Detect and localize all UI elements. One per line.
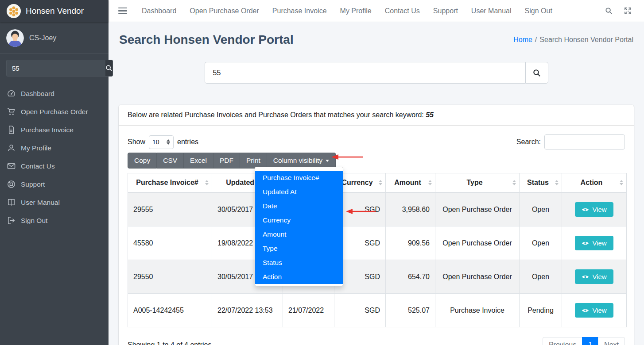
sort-icon	[512, 180, 516, 185]
sidebar-item-open-purchase-order[interactable]: Open Purchase Order	[0, 103, 109, 121]
sidebar-item-purchase-invoice[interactable]: Purchase Invoice	[0, 121, 109, 139]
filter-label: Search:	[516, 138, 541, 146]
cell-action: View	[562, 226, 627, 260]
table-row: 45580 19/08/2022 SGD 909.56 Open Purchas…	[128, 226, 627, 260]
colvis-item-type[interactable]: Type	[255, 242, 343, 256]
nav-open-purchase-order[interactable]: Open Purchase Order	[183, 7, 266, 15]
user-name[interactable]: CS-Joey	[29, 34, 56, 42]
nav-dashboard[interactable]: Dashboard	[135, 7, 183, 15]
col-amount[interactable]: Amount	[386, 173, 435, 193]
table-filter-input[interactable]	[544, 134, 625, 150]
eye-icon	[582, 207, 589, 212]
cell-amount: 909.56	[386, 226, 435, 260]
nav-contact-us[interactable]: Contact Us	[378, 7, 427, 15]
status-badge: Open	[520, 226, 562, 260]
invoice-icon	[7, 126, 16, 134]
hamburger-menu-icon[interactable]	[118, 8, 127, 14]
status-badge: Open	[520, 192, 562, 226]
cell-currency: SGD	[334, 294, 386, 327]
breadcrumb-home-link[interactable]: Home	[513, 36, 532, 43]
sidebar-item-dashboard[interactable]: Dashboard	[0, 84, 109, 103]
breadcrumb-current: Search Honsen Vendor Portal	[539, 36, 633, 43]
cell-action: View	[562, 260, 627, 294]
sidebar-search-button[interactable]	[105, 60, 113, 77]
pagination-page-1[interactable]: 1	[582, 337, 598, 345]
colvis-item-date[interactable]: Date	[255, 199, 343, 213]
sidebar-item-label: Contact Us	[21, 162, 55, 170]
col-purchase-invoice[interactable]: Purchase Invoice#	[128, 173, 212, 193]
eye-icon	[582, 308, 589, 313]
nav-sign-out[interactable]: Sign Out	[518, 7, 559, 15]
pagination: Previous 1 Next	[543, 337, 625, 345]
cell-invoice: A005-14242455	[128, 294, 212, 327]
colvis-item-currency[interactable]: Currency	[255, 213, 343, 227]
sign-out-icon	[7, 216, 16, 225]
avatar	[6, 29, 24, 47]
cell-date: 21/07/2022	[283, 294, 334, 327]
sidebar-item-label: Support	[21, 180, 45, 188]
export-button-group: Copy CSV Excel PDF Print Column visibili…	[128, 153, 336, 169]
nav-my-profile[interactable]: My Profile	[334, 7, 378, 15]
col-action[interactable]: Action	[562, 173, 627, 193]
column-visibility-button[interactable]: Column visibility	[267, 153, 336, 169]
pagination-next[interactable]: Next	[598, 337, 625, 345]
search-icon	[105, 65, 113, 72]
cell-type: Open Purchase Order	[435, 226, 520, 260]
envelope-icon	[7, 162, 16, 170]
search-icon	[533, 69, 541, 77]
colvis-item-updated-at[interactable]: Updated At	[255, 185, 343, 199]
main-content: Search Honsen Vendor Portal Home/Search …	[109, 22, 644, 345]
sidebar-menu: Dashboard Open Purchase Order Purchase I…	[0, 81, 109, 233]
breadcrumb-separator: /	[535, 36, 537, 43]
sidebar-item-my-profile[interactable]: My Profile	[0, 139, 109, 157]
nav-support[interactable]: Support	[427, 7, 465, 15]
sort-icon	[428, 180, 432, 185]
sidebar-item-support[interactable]: Support	[0, 175, 109, 193]
pdf-button[interactable]: PDF	[213, 153, 240, 169]
print-button[interactable]: Print	[240, 153, 267, 169]
colvis-item-amount[interactable]: Amount	[255, 227, 343, 242]
sidebar-item-label: Dashboard	[21, 90, 54, 98]
portal-search-input[interactable]	[205, 62, 525, 84]
sidebar-item-contact-us[interactable]: Contact Us	[0, 157, 109, 175]
sidebar: Honsen Vendor CS-Joey Dashboard Open Pur…	[0, 0, 109, 345]
excel-button[interactable]: Excel	[184, 153, 213, 169]
sidebar-item-sign-out[interactable]: Sign Out	[0, 211, 109, 230]
cell-amount: 3,958.60	[386, 192, 435, 226]
sidebar-item-label: Sign Out	[21, 217, 47, 225]
sort-icon	[205, 180, 209, 185]
results-table: Purchase Invoice# Updated At Date Curren…	[128, 173, 627, 327]
csv-button[interactable]: CSV	[157, 153, 184, 169]
copy-button[interactable]: Copy	[128, 153, 157, 169]
colvis-item-status[interactable]: Status	[255, 256, 343, 270]
view-button[interactable]: View	[575, 202, 613, 217]
brand-title: Honsen Vendor	[26, 6, 84, 16]
brand[interactable]: Honsen Vendor	[0, 0, 109, 22]
view-button[interactable]: View	[575, 236, 613, 250]
col-type[interactable]: Type	[435, 173, 520, 193]
nav-purchase-invoice[interactable]: Purchase Invoice	[266, 7, 334, 15]
show-label: Show	[128, 138, 145, 146]
sidebar-item-label: My Profile	[21, 144, 51, 152]
results-message: Below are related Purchase Invoices and …	[119, 105, 634, 126]
fullscreen-expand-icon[interactable]	[624, 7, 632, 15]
view-button[interactable]: View	[575, 269, 613, 284]
nav-user-manual[interactable]: User Manual	[465, 7, 518, 15]
col-status[interactable]: Status	[520, 173, 562, 193]
pagination-previous[interactable]: Previous	[543, 337, 582, 345]
sort-icon	[620, 180, 623, 185]
colvis-item-action[interactable]: Action	[255, 270, 343, 284]
colvis-item-purchase-invoice[interactable]: Purchase Invoice#	[255, 171, 343, 185]
sidebar-item-user-manual[interactable]: User Manual	[0, 193, 109, 211]
page-length-value: 10	[152, 138, 159, 146]
sidebar-search-input[interactable]	[6, 60, 105, 77]
sort-icon	[555, 180, 559, 185]
caret-down-icon	[326, 160, 329, 162]
cell-invoice: 29555	[128, 192, 212, 226]
eye-icon	[582, 274, 589, 280]
view-button[interactable]: View	[575, 303, 613, 318]
portal-search-button[interactable]	[525, 62, 548, 84]
page-length-select[interactable]: 10	[149, 135, 174, 149]
search-icon[interactable]	[605, 7, 613, 15]
navbar-right-icons	[605, 7, 634, 15]
